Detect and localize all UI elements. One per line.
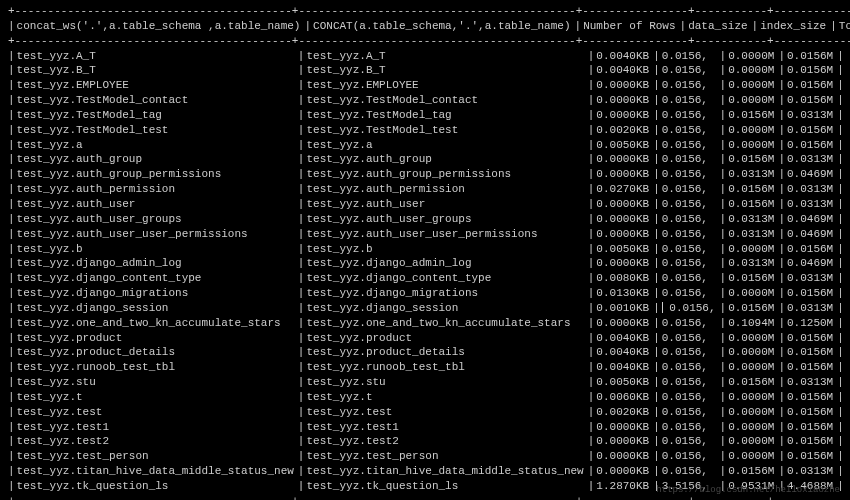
cell-name1: test_yyz.product_details bbox=[17, 345, 298, 360]
cell-name2: test_yyz.product_details bbox=[306, 345, 587, 360]
header-col5: index_size bbox=[760, 19, 830, 34]
separator-top: +---------------------------------------… bbox=[8, 4, 842, 19]
table-row: |test_yyz.test2|test_yyz.test2|0.0000KB|… bbox=[8, 434, 846, 449]
cell-data-size: 0.0156, bbox=[662, 63, 720, 78]
cell-total: 0.0156M bbox=[787, 345, 837, 360]
table-row: |test_yyz.django_admin_log|test_yyz.djan… bbox=[8, 256, 846, 271]
table-row: |test_yyz.django_content_type|test_yyz.d… bbox=[8, 271, 846, 286]
cell-name1: test_yyz.auth_group bbox=[17, 152, 298, 167]
cell-name1: test_yyz.auth_permission bbox=[17, 182, 298, 197]
cell-total: 0.0313M bbox=[787, 197, 837, 212]
cell-total: 0.0313M bbox=[787, 375, 837, 390]
cell-name2: test_yyz.test2 bbox=[306, 434, 587, 449]
cell-name1: test_yyz.a bbox=[17, 138, 298, 153]
cell-data-size: 0.0156, bbox=[662, 271, 720, 286]
cell-total: 0.0156M bbox=[787, 242, 837, 257]
cell-data-size: 0.0156, bbox=[662, 375, 720, 390]
cell-name1: test_yyz.TestModel_tag bbox=[17, 108, 298, 123]
cell-index-size: 0.0156M bbox=[728, 108, 778, 123]
cell-total: 0.0156M bbox=[787, 449, 837, 464]
cell-name1: test_yyz.one_and_two_kn_accumulate_stars bbox=[17, 316, 298, 331]
cell-name1: test_yyz.EMPLOYEE bbox=[17, 78, 298, 93]
cell-name2: test_yyz.EMPLOYEE bbox=[306, 78, 587, 93]
cell-data-size: 0.0156, bbox=[662, 182, 720, 197]
header-col6: Total bbox=[839, 19, 850, 34]
cell-name1: test_yyz.t bbox=[17, 390, 298, 405]
cell-name1: test_yyz.django_session bbox=[17, 301, 298, 316]
cell-index-size: 0.0000M bbox=[728, 405, 778, 420]
cell-total: 0.0156M bbox=[787, 138, 837, 153]
cell-index-size: 0.0000M bbox=[728, 360, 778, 375]
cell-name1: test_yyz.django_content_type bbox=[17, 271, 298, 286]
cell-total: 0.0156M bbox=[787, 286, 837, 301]
cell-name2: test_yyz.auth_user_user_permissions bbox=[306, 227, 587, 242]
cell-rows: 0.0000KB bbox=[596, 197, 653, 212]
cell-index-size: 0.0000M bbox=[728, 93, 778, 108]
table-row: |test_yyz.django_session|test_yyz.django… bbox=[8, 301, 846, 316]
result-rows: |test_yyz.A_T|test_yyz.A_T|0.0040KB|0.01… bbox=[8, 49, 846, 494]
cell-total: 0.0313M bbox=[787, 152, 837, 167]
cell-name2: test_yyz.django_session bbox=[306, 301, 587, 316]
cell-rows: 0.0000KB bbox=[596, 256, 653, 271]
table-row: |test_yyz.TestModel_contact|test_yyz.Tes… bbox=[8, 93, 846, 108]
cell-name2: test_yyz.runoob_test_tbl bbox=[306, 360, 587, 375]
header-col2: CONCAT(a.table_schema,'.',a.table_name) bbox=[313, 19, 574, 34]
cell-name1: test_yyz.auth_group_permissions bbox=[17, 167, 298, 182]
header-col3: Number of Rows bbox=[583, 19, 679, 34]
cell-rows: 0.0050KB bbox=[596, 242, 653, 257]
cell-rows: 0.0000KB bbox=[596, 167, 653, 182]
cell-name2: test_yyz.test bbox=[306, 405, 587, 420]
cell-data-size: 0.0156, bbox=[662, 212, 720, 227]
cell-index-size: 0.0313M bbox=[728, 256, 778, 271]
cell-total: 0.0156M bbox=[787, 78, 837, 93]
cell-data-size: 0.0156, bbox=[662, 93, 720, 108]
cell-rows: 0.0050KB bbox=[596, 138, 653, 153]
cell-data-size: 0.0156, bbox=[662, 464, 720, 479]
cell-rows: 0.0010KB bbox=[596, 301, 653, 316]
cell-rows: 0.0000KB bbox=[596, 316, 653, 331]
table-row: |test_yyz.auth_user|test_yyz.auth_user|0… bbox=[8, 197, 846, 212]
cell-name2: test_yyz.titan_hive_data_middle_status_n… bbox=[306, 464, 587, 479]
cell-rows: 0.0000KB bbox=[596, 108, 653, 123]
cell-name2: test_yyz.one_and_two_kn_accumulate_stars bbox=[306, 316, 587, 331]
cell-data-size: 0.0156, bbox=[662, 242, 720, 257]
table-row: |test_yyz.auth_group|test_yyz.auth_group… bbox=[8, 152, 846, 167]
cell-rows: 1.2870KB bbox=[596, 479, 653, 494]
cell-total: 0.0313M bbox=[787, 301, 837, 316]
cell-name2: test_yyz.auth_user_groups bbox=[306, 212, 587, 227]
cell-name2: test_yyz.django_migrations bbox=[306, 286, 587, 301]
cell-index-size: 0.0000M bbox=[728, 138, 778, 153]
table-row: |test_yyz.B_T|test_yyz.B_T|0.0040KB|0.01… bbox=[8, 63, 846, 78]
cell-data-size: 0.0156, bbox=[662, 360, 720, 375]
cell-name1: test_yyz.auth_user_groups bbox=[17, 212, 298, 227]
table-row: |test_yyz.auth_permission|test_yyz.auth_… bbox=[8, 182, 846, 197]
cell-name2: test_yyz.a bbox=[306, 138, 587, 153]
cell-total: 0.0313M bbox=[787, 108, 837, 123]
cell-name1: test_yyz.stu bbox=[17, 375, 298, 390]
cell-data-size: 0.0156, bbox=[662, 167, 720, 182]
cell-rows: 0.0020KB bbox=[596, 123, 653, 138]
cell-name1: test_yyz.tk_question_ls bbox=[17, 479, 298, 494]
cell-index-size: 0.0000M bbox=[728, 286, 778, 301]
cell-name2: test_yyz.B_T bbox=[306, 63, 587, 78]
cell-name1: test_yyz.A_T bbox=[17, 49, 298, 64]
cell-data-size: 0.0156, bbox=[662, 197, 720, 212]
cell-name2: test_yyz.TestModel_contact bbox=[306, 93, 587, 108]
cell-total: 0.0469M bbox=[787, 212, 837, 227]
cell-rows: 0.0000KB bbox=[596, 152, 653, 167]
cell-data-size: 0.0156, bbox=[662, 449, 720, 464]
cell-rows: 0.0060KB bbox=[596, 390, 653, 405]
cell-index-size: 0.0156M bbox=[728, 197, 778, 212]
cell-index-size: 0.0313M bbox=[728, 167, 778, 182]
cell-name2: test_yyz.tk_question_ls bbox=[306, 479, 587, 494]
cell-name1: test_yyz.test2 bbox=[17, 434, 298, 449]
table-row: |test_yyz.product|test_yyz.product|0.004… bbox=[8, 331, 846, 346]
cell-data-size: 0.0156, bbox=[662, 256, 720, 271]
cell-rows: 0.0270KB bbox=[596, 182, 653, 197]
cell-name2: test_yyz.test_person bbox=[306, 449, 587, 464]
table-row: |test_yyz.runoob_test_tbl|test_yyz.runoo… bbox=[8, 360, 846, 375]
cell-total: 0.0156M bbox=[787, 390, 837, 405]
cell-index-size: 0.0000M bbox=[728, 449, 778, 464]
cell-name2: test_yyz.TestModel_tag bbox=[306, 108, 587, 123]
cell-index-size: 0.0313M bbox=[728, 212, 778, 227]
